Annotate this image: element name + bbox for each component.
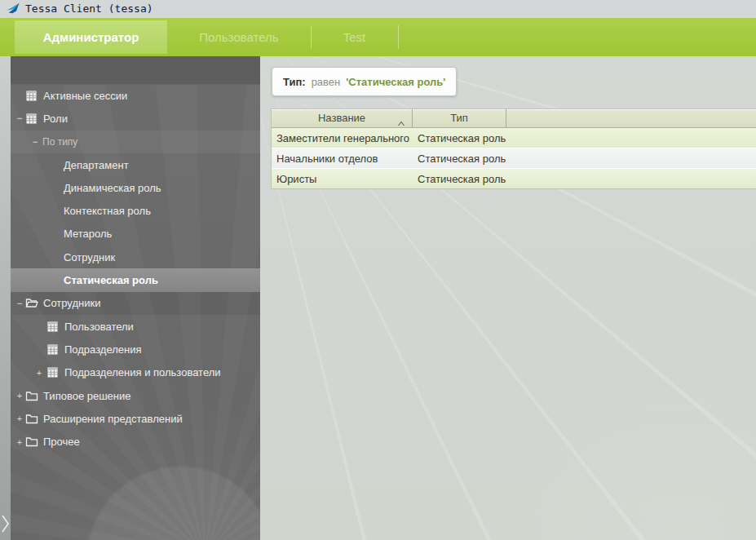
tree-item-roles[interactable]: − Роли: [11, 107, 260, 130]
tree-item-departments-and-users[interactable]: + Подразделения и пользователи: [11, 361, 260, 384]
tree-item-other[interactable]: + Прочее: [11, 430, 260, 453]
collapse-expander[interactable]: +: [14, 390, 25, 401]
folder-icon: [25, 436, 38, 448]
sidebar-header-band: [11, 56, 260, 85]
tree-item-label: Подразделения и пользователи: [64, 366, 221, 378]
collapse-expander[interactable]: −: [29, 136, 41, 148]
workspace-tabbar: Администратор Пользователь Test: [0, 18, 756, 56]
collapse-expander[interactable]: +: [14, 413, 25, 424]
folder-icon: [25, 413, 38, 425]
tessa-logo-icon: [7, 2, 20, 15]
window-title: Tessa Client (tessa): [25, 0, 153, 18]
tree-item-label: По типу: [42, 136, 77, 148]
tree-item-active-sessions[interactable]: Активные сессии: [11, 84, 260, 107]
tree-item-employees[interactable]: − Сотрудники: [11, 292, 260, 315]
window-titlebar: Tessa Client (tessa): [0, 0, 756, 18]
tree-item-view-extensions[interactable]: + Расширения представлений: [11, 407, 260, 430]
column-header-label: Название: [318, 112, 365, 124]
content-area: Тип: равен 'Статическая роль' Название Т…: [260, 56, 756, 540]
column-header-filler: [506, 109, 756, 127]
tree-item-metarole[interactable]: Метароль: [11, 223, 260, 246]
filter-field-label: Тип:: [283, 76, 306, 88]
tree-item-dynamic-role[interactable]: Динамическая роль: [11, 176, 260, 199]
column-header-type[interactable]: Тип: [413, 109, 506, 127]
folder-icon: [25, 390, 38, 402]
tab-separator: [311, 25, 312, 49]
tab-test[interactable]: Test: [311, 20, 398, 54]
tab-administrator[interactable]: Администратор: [15, 20, 167, 54]
tree-group-by-type[interactable]: − По типу: [11, 131, 260, 153]
tree-item-label: Пользователи: [64, 321, 134, 333]
tree-item-static-role-selected[interactable]: Статическая роль: [11, 268, 260, 291]
tree-item-label: Контекстная роль: [64, 205, 151, 217]
navigation-tree: Активные сессии − Роли − По типу Департа…: [11, 84, 260, 454]
table-icon: [25, 90, 38, 102]
tree-item-users[interactable]: Пользователи: [11, 315, 260, 338]
sidebar-collapse-strip[interactable]: [0, 56, 11, 540]
tree-item-department[interactable]: Департамент: [11, 153, 260, 176]
table-icon: [46, 343, 60, 356]
tree-item-label: Статическая роль: [64, 274, 158, 286]
tree-item-label: Расширения представлений: [43, 413, 183, 425]
navigation-sidebar: Активные сессии − Роли − По типу Департа…: [11, 56, 260, 540]
collapse-expander[interactable]: +: [32, 367, 46, 378]
cell-name: Начальники отделов: [272, 153, 413, 165]
column-header-name[interactable]: Название: [272, 109, 413, 127]
cell-type: Статическая роль: [413, 153, 506, 165]
tree-item-label: Подразделения: [64, 343, 142, 356]
cell-name: Юристы: [272, 173, 413, 185]
column-header-label: Тип: [450, 112, 468, 124]
tree-item-label: Динамическая роль: [64, 182, 161, 194]
tab-user[interactable]: Пользователь: [167, 20, 311, 54]
tree-item-label: Департамент: [64, 159, 129, 171]
tree-item-context-role[interactable]: Контекстная роль: [11, 199, 260, 222]
table-row[interactable]: Начальники отделов Статическая роль: [272, 148, 756, 168]
collapse-expander[interactable]: −: [14, 113, 25, 124]
tree-item-label: Типовое решение: [43, 390, 131, 402]
folder-open-icon: [25, 297, 38, 309]
collapse-expander[interactable]: +: [14, 436, 25, 448]
table-icon: [46, 366, 60, 378]
tree-item-label: Активные сессии: [43, 90, 127, 102]
chevron-right-icon[interactable]: [0, 513, 11, 534]
tree-item-employee[interactable]: Сотрудник: [11, 246, 260, 268]
table-icon: [25, 113, 38, 125]
filter-chip[interactable]: Тип: равен 'Статическая роль': [272, 67, 457, 96]
tree-item-label: Метароль: [64, 228, 112, 240]
tree-item-label: Роли: [43, 113, 68, 125]
tree-item-departments[interactable]: Подразделения: [11, 338, 260, 361]
sort-asc-icon: [397, 115, 405, 122]
tab-separator: [398, 25, 399, 49]
filter-value: 'Статическая роль': [346, 76, 445, 88]
table-row[interactable]: Юристы Статическая роль: [272, 168, 756, 188]
table-header-row: Название Тип: [272, 109, 756, 128]
table-row[interactable]: Заместители генерального Статическая рол…: [272, 128, 756, 148]
table-icon: [46, 321, 60, 333]
tree-item-label: Прочее: [43, 436, 80, 448]
filter-operator: равен: [312, 76, 341, 88]
tree-item-standard-solution[interactable]: + Типовое решение: [11, 384, 260, 407]
roles-table: Название Тип Заместители генерального Ст…: [271, 108, 756, 189]
tree-item-label: Сотрудник: [64, 251, 115, 263]
cell-type: Статическая роль: [413, 173, 506, 185]
cell-name: Заместители генерального: [272, 132, 413, 144]
cell-type: Статическая роль: [413, 132, 506, 144]
collapse-expander[interactable]: −: [14, 298, 25, 309]
tree-item-label: Сотрудники: [43, 297, 100, 309]
